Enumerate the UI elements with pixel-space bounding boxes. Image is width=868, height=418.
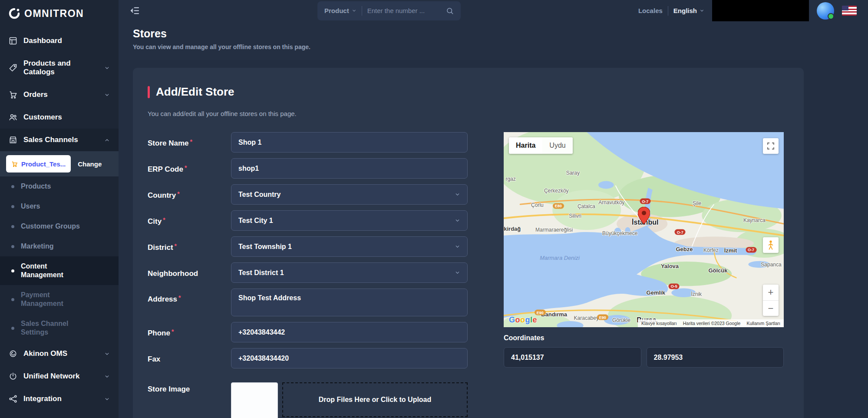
bullet-icon	[11, 327, 14, 330]
store-image-label: Store Image	[148, 382, 231, 394]
map-label: Görükle	[612, 317, 630, 323]
erp-code-input[interactable]	[231, 158, 468, 179]
map-marker-pin[interactable]	[638, 207, 650, 226]
integration-icon	[9, 395, 17, 403]
country-select[interactable]: Test Country	[231, 184, 468, 205]
sidebar-item-label: Customers	[23, 113, 62, 122]
sidebar-item-dashboard[interactable]: Dashboard	[0, 30, 119, 52]
road-badge: O-5	[669, 283, 680, 289]
search-icon[interactable]	[446, 7, 454, 15]
terms-link[interactable]: Kullanım Şartları	[746, 321, 780, 326]
phone-input[interactable]	[231, 322, 468, 342]
district-select[interactable]: Test Township 1	[231, 236, 468, 257]
sidebar-item-akinon-oms[interactable]: Akinon OMS	[0, 342, 119, 365]
map-type-tabs: Harita Uydu	[509, 137, 573, 154]
sidebar-item-label: Unified Network	[23, 372, 79, 381]
pegman-control[interactable]	[763, 237, 779, 253]
sidebar-item-unified-network[interactable]: Unified Network	[0, 365, 119, 388]
map-zoom-control: + −	[763, 285, 779, 316]
city-label: City*	[148, 216, 231, 226]
map-tab-uydu[interactable]: Uydu	[542, 137, 572, 154]
content: Add/Edit Store You can add/edit all your…	[119, 60, 868, 418]
sidebar-subitem-products[interactable]: Products	[0, 176, 119, 196]
language-flag-icon[interactable]	[842, 6, 857, 16]
map-fullscreen-button[interactable]	[763, 138, 779, 154]
search-input[interactable]	[367, 7, 441, 14]
accent-bar	[148, 86, 150, 98]
sidebar-subitem-customer-groups[interactable]: Customer Groups	[0, 216, 119, 236]
neighborhood-select[interactable]: Test District 1	[231, 262, 468, 283]
required-asterisk: *	[190, 138, 192, 145]
keyboard-shortcuts-link[interactable]: Klavye kısayolları	[641, 321, 677, 326]
road-badge: O-7	[640, 199, 650, 204]
map-label: Çatalca	[578, 203, 595, 209]
store-name-input[interactable]	[231, 132, 468, 153]
sidebar-subitem-payment-management[interactable]: Payment Management	[0, 285, 119, 314]
map-label: Gebze	[676, 246, 693, 252]
page-header: Stores You can view and manage all your …	[119, 21, 868, 60]
sidebar-item-sales-channels[interactable]: Sales Channels	[0, 129, 119, 151]
topbar-center: Product	[140, 1, 638, 20]
form-row: ERP Code*	[148, 158, 469, 179]
map-tab-harita[interactable]: Harita	[509, 137, 542, 154]
map-label-sea: Marmara Denizi	[540, 254, 580, 261]
sidebar-subitem-content-management[interactable]: Content Management	[0, 256, 119, 285]
store-image-preview[interactable]	[231, 382, 278, 418]
sidebar-subitem-users[interactable]: Users	[0, 196, 119, 216]
form-fields: Store Name* ERP Code* Co	[148, 132, 469, 418]
phone-label: Phone*	[148, 327, 231, 338]
sidebar-item-label: Products and Catalogs	[23, 59, 98, 76]
language-selector[interactable]: Locales English	[638, 6, 704, 16]
page-title: Stores	[133, 27, 854, 40]
map-label: Karacabey	[574, 315, 599, 321]
zoom-out-button[interactable]: −	[763, 300, 779, 316]
required-asterisk: *	[177, 190, 179, 197]
topbar: Product Locales English	[119, 0, 868, 21]
chevron-down-icon	[455, 270, 460, 275]
change-channel-button[interactable]: Change	[78, 160, 102, 168]
search-context-select[interactable]: Product	[324, 7, 356, 14]
address-label: Address*	[148, 289, 231, 304]
sidebar-item-label: Dashboard	[23, 36, 62, 45]
chevron-down-icon	[455, 192, 460, 197]
required-asterisk: *	[175, 242, 177, 249]
sidebar-subitem-marketing[interactable]: Marketing	[0, 236, 119, 256]
store-name-label: Store Name*	[148, 137, 231, 148]
form-row: Store Image Drop Files Here or Click to …	[148, 382, 469, 418]
chevron-down-icon	[352, 8, 356, 13]
sidebar-item-label: Orders	[23, 90, 48, 99]
page-subtitle: You can view and manage all your offline…	[133, 43, 854, 50]
brand-logo[interactable]: OMNITRON	[0, 0, 119, 27]
omnitron-logo-icon	[9, 8, 20, 19]
sidebar-item-label: Sales Channels	[23, 136, 78, 144]
latitude-input[interactable]	[504, 347, 641, 368]
sidebar-collapse-button[interactable]	[130, 6, 140, 16]
selected-channel-pill[interactable]: Product_Tes...	[6, 155, 71, 173]
chevron-up-icon	[104, 137, 110, 143]
selected-channel-name: Product_Tes...	[21, 160, 66, 168]
sidebar-item-integration[interactable]: Integration	[0, 388, 119, 410]
address-textarea[interactable]: Shop Test Address	[231, 289, 468, 316]
required-asterisk: *	[172, 328, 174, 335]
google-map[interactable]: Saray rgaz Çerkezköy Çorlu Çatalca Arnav…	[504, 132, 784, 327]
file-upload-dropzone[interactable]: Drop Files Here or Click to Upload	[282, 382, 468, 417]
card-header: Add/Edit Store	[148, 85, 804, 99]
brand-name: OMNITRON	[24, 8, 84, 20]
card-subtitle: You can add/edit all your offline stores…	[148, 110, 804, 117]
sidebar-item-orders[interactable]: Orders	[0, 83, 119, 106]
oms-icon	[9, 349, 17, 358]
chevron-down-icon	[104, 351, 110, 357]
zoom-in-button[interactable]: +	[763, 285, 779, 300]
sidebar-subitem-sales-channel-settings[interactable]: Sales Channel Settings	[0, 314, 119, 342]
bullet-icon	[11, 269, 14, 272]
storefront-icon	[9, 136, 17, 144]
map-label: Şile	[693, 200, 701, 206]
chevron-down-icon	[455, 244, 460, 249]
card-title: Add/Edit Store	[156, 85, 234, 99]
city-select[interactable]: Test City 1	[231, 210, 468, 231]
user-avatar[interactable]	[817, 2, 834, 20]
fax-input[interactable]	[231, 348, 468, 368]
sidebar-item-customers[interactable]: Customers	[0, 106, 119, 129]
sidebar-item-products-catalogs[interactable]: Products and Catalogs	[0, 52, 119, 83]
longitude-input[interactable]	[647, 347, 784, 368]
